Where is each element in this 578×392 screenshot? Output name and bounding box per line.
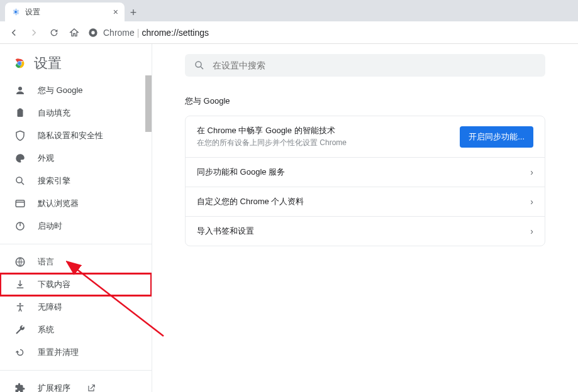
row-customize-profile[interactable]: 自定义您的 Chrome 个人资料 › xyxy=(186,187,545,216)
sidebar-item-label: 启动时 xyxy=(38,220,62,232)
search-icon xyxy=(194,60,205,71)
forward-button[interactable] xyxy=(25,24,43,41)
sidebar-item-search-engine[interactable]: 搜索引擎 xyxy=(0,170,152,192)
sidebar-item-label: 外观 xyxy=(38,153,54,164)
sidebar-item-label: 下载内容 xyxy=(38,279,70,290)
sidebar-item-extensions[interactable]: 扩展程序 xyxy=(0,377,152,392)
svg-point-13 xyxy=(19,303,21,305)
sidebar-header: 设置 xyxy=(0,44,152,79)
sync-promo-title: 在 Chrome 中畅享 Google 的智能技术 xyxy=(197,125,460,136)
power-icon xyxy=(14,220,26,232)
turn-on-sync-button[interactable]: 开启同步功能... xyxy=(460,126,533,148)
settings-search-input[interactable] xyxy=(213,60,536,70)
sidebar-item-label: 扩展程序 xyxy=(38,383,70,392)
sidebar-divider xyxy=(0,370,152,371)
sidebar-item-autofill[interactable]: 自动填充 xyxy=(0,102,152,124)
url-path: chrome://settings xyxy=(142,28,209,38)
svg-point-2 xyxy=(91,31,94,34)
sidebar-item-label: 搜索引擎 xyxy=(38,175,70,187)
accessibility-icon xyxy=(14,302,26,313)
browser-tab-bar: 设置 × + xyxy=(0,0,578,21)
search-icon xyxy=(14,175,26,187)
svg-rect-8 xyxy=(19,109,22,111)
sidebar-item-label: 自动填充 xyxy=(38,107,70,119)
url-host-label: Chrome xyxy=(103,28,135,38)
chrome-icon xyxy=(88,28,98,38)
you-and-google-card: 在 Chrome 中畅享 Google 的智能技术 在您的所有设备上同步并个性化… xyxy=(185,116,545,246)
svg-point-6 xyxy=(18,87,22,90)
sidebar-item-privacy[interactable]: 隐私设置和安全性 xyxy=(0,124,152,147)
sidebar-list: 您与 Google 自动填充 隐私设置和安全性 外观 搜索引擎 默认浏览器 xyxy=(0,79,152,392)
sync-promo-subtitle: 在您的所有设备上同步并个性化设置 Chrome xyxy=(197,138,460,148)
home-button[interactable] xyxy=(65,24,83,41)
wrench-icon xyxy=(14,324,26,335)
globe-icon xyxy=(14,256,26,268)
sidebar-title: 设置 xyxy=(34,54,62,73)
back-button[interactable] xyxy=(5,24,23,41)
browser-tab-settings[interactable]: 设置 × xyxy=(5,3,125,21)
sidebar-item-downloads[interactable]: 下载内容 xyxy=(0,273,152,296)
sidebar-item-label: 系统 xyxy=(38,324,54,335)
sync-promo-row: 在 Chrome 中畅享 Google 的智能技术 在您的所有设备上同步并个性化… xyxy=(186,116,545,157)
palette-icon xyxy=(14,153,26,164)
sidebar-item-accessibility[interactable]: 无障碍 xyxy=(0,296,152,318)
new-tab-button[interactable]: + xyxy=(125,4,142,21)
person-icon xyxy=(14,85,26,96)
row-sync-google-services[interactable]: 同步功能和 Google 服务 › xyxy=(186,157,545,187)
clipboard-icon xyxy=(14,107,26,119)
sidebar-item-system[interactable]: 系统 xyxy=(0,318,152,341)
sidebar-item-label: 重置并清理 xyxy=(38,347,79,358)
tab-title: 设置 xyxy=(25,7,40,18)
address-bar[interactable]: Chrome | chrome://settings xyxy=(88,28,209,38)
settings-search-box[interactable] xyxy=(185,54,545,77)
chevron-right-icon: › xyxy=(530,226,533,236)
chevron-right-icon: › xyxy=(530,197,533,207)
sidebar-item-label: 语言 xyxy=(38,256,54,268)
svg-point-9 xyxy=(16,177,22,183)
sidebar-item-on-startup[interactable]: 启动时 xyxy=(0,215,152,237)
svg-rect-10 xyxy=(16,200,25,207)
scrollbar-thumb[interactable] xyxy=(145,75,152,132)
browser-icon xyxy=(14,198,26,209)
sidebar-item-label: 默认浏览器 xyxy=(38,198,79,209)
chevron-right-icon: › xyxy=(530,167,533,177)
browser-toolbar: Chrome | chrome://settings xyxy=(0,21,578,44)
sidebar-item-reset[interactable]: 重置并清理 xyxy=(0,341,152,364)
sidebar-item-languages[interactable]: 语言 xyxy=(0,251,152,273)
gear-icon xyxy=(11,8,20,16)
restore-icon xyxy=(14,347,26,358)
row-label: 导入书签和设置 xyxy=(197,226,530,237)
shield-icon xyxy=(14,130,26,141)
chrome-logo-icon xyxy=(13,57,26,70)
sidebar-divider xyxy=(0,244,152,244)
sidebar-item-label: 您与 Google xyxy=(38,85,83,96)
external-link-icon xyxy=(87,384,96,392)
sidebar-item-appearance[interactable]: 外观 xyxy=(0,147,152,170)
sidebar-item-label: 无障碍 xyxy=(38,302,62,313)
reload-button[interactable] xyxy=(45,24,63,41)
settings-sidebar: 设置 您与 Google 自动填充 隐私设置和安全性 外观 搜索引擎 xyxy=(0,44,152,392)
row-import-bookmarks[interactable]: 导入书签和设置 › xyxy=(186,216,545,246)
settings-main: 您与 Google 在 Chrome 中畅享 Google 的智能技术 在您的所… xyxy=(152,44,578,392)
tab-close-icon[interactable]: × xyxy=(113,7,118,17)
download-icon xyxy=(14,279,26,290)
section-title: 您与 Google xyxy=(185,95,545,107)
sidebar-item-default-browser[interactable]: 默认浏览器 xyxy=(0,192,152,215)
sidebar-item-you-and-google[interactable]: 您与 Google xyxy=(0,79,152,102)
svg-rect-7 xyxy=(18,109,23,117)
extension-icon xyxy=(14,383,26,392)
row-label: 同步功能和 Google 服务 xyxy=(197,166,530,178)
row-label: 自定义您的 Chrome 个人资料 xyxy=(197,196,530,207)
svg-point-16 xyxy=(196,62,201,67)
sidebar-item-label: 隐私设置和安全性 xyxy=(38,130,103,141)
